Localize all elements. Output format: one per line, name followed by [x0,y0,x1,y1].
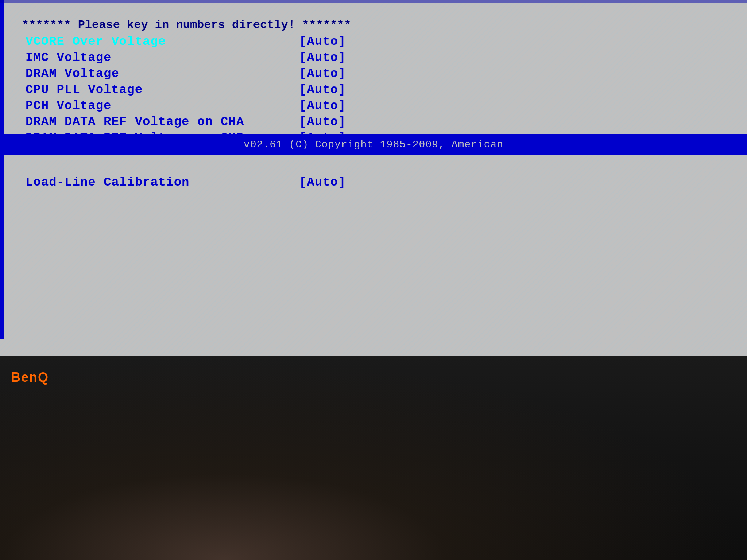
benq-logo: BenQ [11,370,49,385]
border-left [0,0,4,339]
menu-row-cpu-pll[interactable]: CPU PLL Voltage [Auto] [22,83,732,97]
menu-row-vcore[interactable]: VCORE Over Voltage [Auto] [22,35,732,48]
menu-row-dram-cha[interactable]: DRAM DATA REF Voltage on CHA [Auto] [22,115,732,129]
llc-value: [Auto] [299,175,409,189]
footer-text: v02.61 (C) Copyright 1985-2009, American [244,139,503,150]
pch-value: [Auto] [299,99,409,113]
menu-row-pch[interactable]: PCH Voltage [Auto] [22,99,732,113]
spacer [22,164,732,175]
pch-label: PCH Voltage [26,99,299,113]
monitor-bezel: ******* Please key in numbers directly! … [0,0,747,560]
footer-bar: v02.61 (C) Copyright 1985-2009, American [0,134,747,155]
hand-shadow [0,356,747,560]
menu-row-dram[interactable]: DRAM Voltage [Auto] [22,67,732,81]
imc-label: IMC Voltage [26,51,299,65]
hand-area: BenQ [0,356,747,560]
imc-value: [Auto] [299,51,409,65]
cpu-pll-value: [Auto] [299,83,409,97]
menu-row-llc[interactable]: Load-Line Calibration [Auto] [22,175,732,189]
dram-value: [Auto] [299,67,409,81]
dram-label: DRAM Voltage [26,67,299,81]
border-top [0,0,747,3]
bios-content: ******* Please key in numbers directly! … [7,7,747,202]
screen-area: ******* Please key in numbers directly! … [0,0,747,357]
cpu-pll-label: CPU PLL Voltage [26,83,299,97]
dram-cha-label: DRAM DATA REF Voltage on CHA [26,115,299,129]
header-text: ******* Please key in numbers directly! … [22,18,732,32]
llc-label: Load-Line Calibration [26,175,299,189]
vcore-label: VCORE Over Voltage [26,35,299,48]
menu-row-imc[interactable]: IMC Voltage [Auto] [22,51,732,65]
dram-cha-value: [Auto] [299,115,409,129]
vcore-value: [Auto] [299,35,409,48]
